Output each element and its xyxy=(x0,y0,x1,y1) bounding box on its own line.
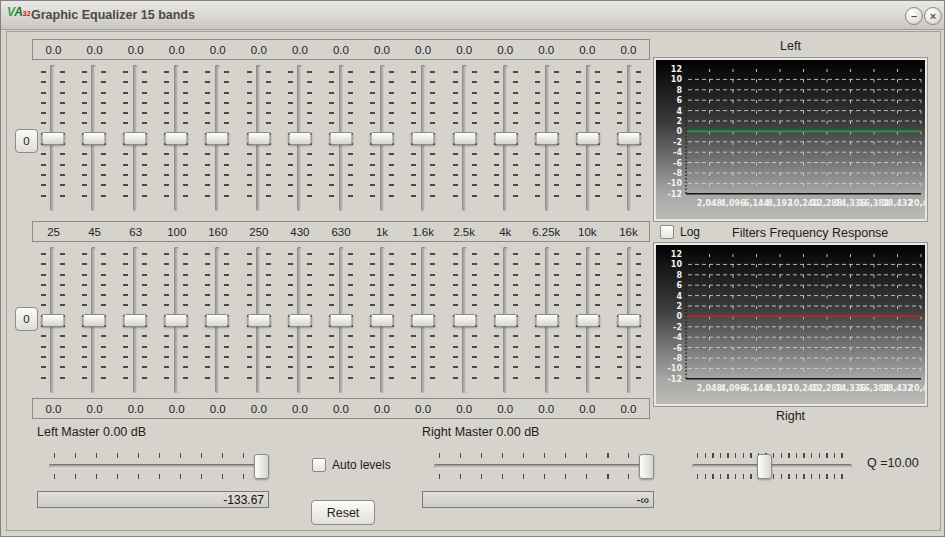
y-axis-tick-label: -2 xyxy=(673,323,682,332)
bottom-band-slider-45[interactable] xyxy=(81,245,107,395)
bottom-band-slider-160[interactable] xyxy=(204,245,230,395)
slider-thumb[interactable] xyxy=(757,454,772,479)
slider-thumb[interactable] xyxy=(41,314,64,327)
band-gain-value: 0.0 xyxy=(33,44,74,56)
bottom-band-slider-100[interactable] xyxy=(163,245,189,395)
slider-thumb[interactable] xyxy=(494,132,517,145)
top-band-slider-1.6k[interactable] xyxy=(410,63,436,213)
slider-thumb[interactable] xyxy=(577,132,600,145)
y-axis-tick-label: -4 xyxy=(673,148,682,157)
bottom-band-slider-630[interactable] xyxy=(328,245,354,395)
bottom-band-slider-63[interactable] xyxy=(122,245,148,395)
slider-thumb[interactable] xyxy=(577,314,600,327)
left-master-slider[interactable] xyxy=(47,452,269,480)
slider-thumb[interactable] xyxy=(412,132,435,145)
top-band-slider-250[interactable] xyxy=(246,63,272,213)
bottom-band-slider-10k[interactable] xyxy=(575,245,601,395)
top-band-slider-25[interactable] xyxy=(40,63,66,213)
reset-button[interactable]: Reset xyxy=(311,500,375,525)
zero-top-button[interactable]: 0 xyxy=(15,129,38,153)
y-axis-tick-label: 0 xyxy=(676,312,682,321)
band-gain-value: 0.0 xyxy=(115,403,156,415)
top-band-slider-100[interactable] xyxy=(163,63,189,213)
bottom-band-slider-4k[interactable] xyxy=(493,245,519,395)
slider-thumb[interactable] xyxy=(330,132,353,145)
x-axis-tick-label: 20,48 xyxy=(908,199,925,208)
bottom-band-slider-25[interactable] xyxy=(40,245,66,395)
bottom-band-slider-1k[interactable] xyxy=(369,245,395,395)
log-checkbox[interactable] xyxy=(660,225,674,239)
bottom-band-slider-6.25k[interactable] xyxy=(534,245,560,395)
x-axis-tick-label: 2,048 xyxy=(697,384,723,393)
slider-thumb[interactable] xyxy=(124,132,147,145)
band-frequency-label: 6.25k xyxy=(526,226,567,238)
bottom-band-slider-1.6k[interactable] xyxy=(410,245,436,395)
slider-ticks xyxy=(439,474,647,479)
slider-thumb[interactable] xyxy=(288,132,311,145)
slider-thumb[interactable] xyxy=(371,132,394,145)
band-gain-value: 0.0 xyxy=(444,403,485,415)
slider-thumb[interactable] xyxy=(247,314,270,327)
band-column xyxy=(73,245,114,399)
band-gain-value: 0.0 xyxy=(238,44,279,56)
band-gain-value: 0.0 xyxy=(608,44,649,56)
title-bar[interactable]: VA32 Graphic Equalizer 15 bands – × xyxy=(1,1,944,30)
slider-thumb[interactable] xyxy=(536,314,559,327)
band-column xyxy=(362,245,403,399)
top-band-slider-1k[interactable] xyxy=(369,63,395,213)
band-frequency-label: 1k xyxy=(362,226,403,238)
slider-thumb[interactable] xyxy=(494,314,517,327)
band-gain-value: 0.0 xyxy=(197,44,238,56)
slider-thumb[interactable] xyxy=(618,132,641,145)
slider-thumb[interactable] xyxy=(82,132,105,145)
zero-bottom-button[interactable]: 0 xyxy=(15,307,38,331)
y-axis-tick-label: 0 xyxy=(676,127,682,136)
slider-thumb[interactable] xyxy=(639,454,654,479)
slider-thumb[interactable] xyxy=(82,314,105,327)
slider-thumb[interactable] xyxy=(124,314,147,327)
top-band-slider-2.5k[interactable] xyxy=(452,63,478,213)
slider-thumb[interactable] xyxy=(453,132,476,145)
top-band-slider-63[interactable] xyxy=(122,63,148,213)
slider-thumb[interactable] xyxy=(206,132,229,145)
bottom-band-slider-2.5k[interactable] xyxy=(452,245,478,395)
right-master-slider[interactable] xyxy=(432,452,654,480)
x-axis-tick-label: 6,144 xyxy=(744,199,770,208)
top-band-slider-10k[interactable] xyxy=(575,63,601,213)
y-axis-tick-label: -8 xyxy=(673,169,682,178)
slider-thumb[interactable] xyxy=(330,314,353,327)
slider-thumb[interactable] xyxy=(536,132,559,145)
content-area: 0.00.00.00.00.00.00.00.00.00.00.00.00.00… xyxy=(6,31,941,531)
slider-thumb[interactable] xyxy=(288,314,311,327)
slider-track xyxy=(49,464,267,469)
q-factor-slider[interactable] xyxy=(690,452,854,480)
slider-thumb[interactable] xyxy=(247,132,270,145)
slider-thumb[interactable] xyxy=(371,314,394,327)
top-band-slider-16k[interactable] xyxy=(616,63,642,213)
top-band-slider-45[interactable] xyxy=(81,63,107,213)
minimize-button[interactable]: – xyxy=(905,7,923,25)
slider-thumb[interactable] xyxy=(453,314,476,327)
bottom-band-slider-16k[interactable] xyxy=(616,245,642,395)
band-column xyxy=(609,245,650,399)
slider-thumb[interactable] xyxy=(41,132,64,145)
bottom-band-slider-250[interactable] xyxy=(246,245,272,395)
x-axis-tick-label: 4,096 xyxy=(720,384,746,393)
x-axis-tick-label: 20,48 xyxy=(908,384,925,393)
top-band-slider-630[interactable] xyxy=(328,63,354,213)
slider-thumb[interactable] xyxy=(618,314,641,327)
top-band-slider-160[interactable] xyxy=(204,63,230,213)
close-button[interactable]: × xyxy=(924,7,942,25)
slider-thumb[interactable] xyxy=(412,314,435,327)
top-band-slider-430[interactable] xyxy=(287,63,313,213)
top-band-slider-6.25k[interactable] xyxy=(534,63,560,213)
slider-thumb[interactable] xyxy=(165,132,188,145)
slider-thumb[interactable] xyxy=(165,314,188,327)
band-gain-value: 0.0 xyxy=(74,403,115,415)
band-gain-value: 0.0 xyxy=(320,44,361,56)
auto-levels-checkbox[interactable] xyxy=(312,458,326,472)
top-band-slider-4k[interactable] xyxy=(493,63,519,213)
slider-thumb[interactable] xyxy=(206,314,229,327)
slider-thumb[interactable] xyxy=(254,454,269,479)
bottom-band-slider-430[interactable] xyxy=(287,245,313,395)
